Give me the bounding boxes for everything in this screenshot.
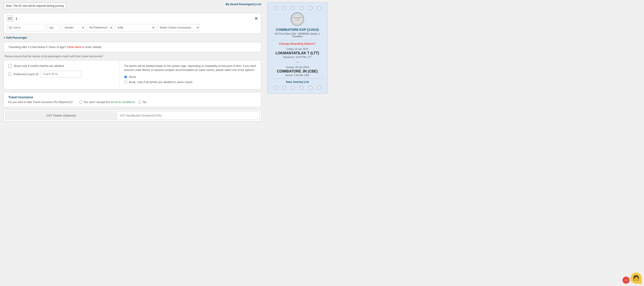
insurance-section: Travel Insurance Do you want to take Tra… [4, 92, 261, 107]
insurance-options: Yes and I accept the terms & conditions … [79, 100, 147, 104]
insurance-no-option: No [138, 100, 146, 104]
svg-text:OF INDIA: OF INDIA [295, 19, 300, 20]
divider-2 [271, 78, 324, 79]
age-input[interactable] [47, 24, 60, 31]
radio-none-label: None [129, 75, 136, 79]
radio-none-input[interactable] [124, 75, 127, 79]
change-boarding-button[interactable]: Change Boarding Station? [271, 42, 324, 45]
gst-button[interactable]: GST Details (Optional) [5, 111, 117, 120]
svg-text:GOVERNMENT: GOVERNMENT [293, 17, 301, 18]
gender-select[interactable]: Gender Male Female Transgender [62, 24, 85, 31]
gst-row: GST Details (Optional) [5, 111, 260, 120]
passenger-card: 1 ✕ Gender Male Female Transgend [4, 13, 261, 34]
terms-conditions-link[interactable]: terms & conditions [110, 100, 135, 104]
note-text: Note: The ID card will be required durin… [4, 3, 66, 9]
train-logo: GOVERNMENT OF INDIA RAILWAYS [290, 12, 304, 26]
radio-book-input[interactable] [124, 81, 127, 84]
gst-section: GST Details (Optional) [4, 110, 261, 121]
train-meta: AC First Class (1A) , GENERAL Quota, 1 T… [271, 32, 324, 38]
arrival-info: Arrival: 7:00 AM, CBE [271, 74, 324, 77]
to-station: COIMBATORE JN (CBE) [271, 69, 324, 73]
ticket-hole-b6 [317, 86, 321, 90]
concession-select[interactable]: Senior Citizen Concession No Concession … [157, 24, 200, 31]
ticket-hole-4 [300, 6, 304, 10]
ticket-hole-b1 [273, 86, 277, 90]
bottom-right-panel: − 🧑 [622, 272, 642, 284]
nationality-select[interactable]: India USA UK Other [115, 24, 155, 31]
radio-book-label: Book, only if all berths are allotted in… [129, 80, 193, 84]
passenger-icon [7, 16, 13, 22]
confirm-berths-row: Book only if confirm berths are allotted… [8, 64, 115, 68]
svg-rect-6 [10, 27, 10, 28]
train-name: COIMBATORE EXP (11013) [271, 28, 324, 32]
departure-info: Departure: 10:35 PM, LTT [271, 56, 324, 58]
saved-passengers-link[interactable]: My Saved Passenger(s) List [226, 3, 261, 6]
insurance-yes-radio[interactable] [79, 101, 82, 104]
child-info-box: Travelling with a Child below 5 Years of… [4, 42, 261, 52]
berth-info-text: The berths will be allotted based on the… [124, 64, 256, 72]
insurance-yes-option: Yes and I accept the terms & conditions [79, 100, 135, 104]
coach-id-input[interactable] [41, 71, 81, 78]
depart-date: Friday, 18 Jan 2019 [271, 48, 324, 50]
ticket-hole-3 [291, 6, 295, 10]
ticket-hole-b3 [291, 86, 295, 90]
passenger-fields: Gender Male Female Transgender No Prefer… [7, 24, 258, 31]
gstin-input[interactable] [117, 111, 260, 120]
name-field-wrapper [7, 24, 45, 31]
ticket-holes-bottom [271, 86, 324, 90]
insurance-no-label: No [143, 100, 146, 104]
name-input[interactable] [14, 26, 40, 29]
insurance-title: Travel Insurance [8, 95, 256, 99]
svg-text:RAILWAYS: RAILWAYS [295, 20, 300, 21]
insurance-row: Do you want to take Travel Insurance (₹0… [8, 100, 256, 104]
child-info-text-after: to enter details. [82, 45, 102, 49]
right-panel: GOVERNMENT OF INDIA RAILWAYS COIMBATORE … [265, 0, 330, 286]
confirm-berths-checkbox[interactable] [8, 64, 12, 68]
ticket-hole-2 [282, 6, 286, 10]
from-station: LOKMANYATILAK T (LTT) [271, 51, 324, 55]
divider-1 [271, 40, 324, 40]
options-right: The berths will be allotted based on the… [120, 60, 261, 89]
ensure-text: Please ensure that the names of all pass… [4, 55, 261, 58]
add-passenger-button[interactable]: + Add Passenger [4, 36, 27, 39]
ticket-holes-top [271, 6, 324, 10]
berth-options-section: Book only if confirm berths are allotted… [4, 60, 261, 89]
coach-id-row: Preferred Coach ID [8, 71, 115, 78]
ticket-hole-1 [273, 6, 277, 10]
preferred-coach-label: Preferred Coach ID [14, 73, 38, 76]
ticket-hole-b5 [308, 86, 312, 90]
confirm-berths-label: Book only if confirm berths are allotted… [14, 64, 64, 68]
radio-book-option: Book, only if all berths are allotted in… [124, 80, 256, 84]
options-left: Book only if confirm berths are allotted… [4, 60, 120, 89]
radio-none-option: None [124, 75, 256, 79]
preferred-coach-checkbox[interactable] [8, 73, 11, 76]
save-journey-button[interactable]: Save Journey List [271, 80, 324, 84]
insurance-yes-label: Yes and I accept the terms & conditions [84, 100, 135, 104]
ticket-hole-6 [317, 6, 321, 10]
arrive-date: Sunday, 20 Jan 2019 [271, 66, 324, 69]
close-circle-icon[interactable]: − [622, 276, 630, 284]
insurance-no-radio[interactable] [138, 101, 141, 104]
ticket-hole-b4 [300, 86, 304, 90]
ticket-card: GOVERNMENT OF INDIA RAILWAYS COIMBATORE … [267, 2, 328, 94]
preference-select[interactable]: No Preference* Lower Berth Middle Berth … [87, 24, 113, 31]
arrow-icon: → [271, 60, 324, 64]
ticket-hole-5 [308, 6, 312, 10]
insurance-question: Do you want to take Travel Insurance (₹0… [8, 101, 73, 104]
ticket-hole-b2 [282, 86, 286, 90]
close-passenger-button[interactable]: ✕ [254, 16, 258, 21]
child-click-here-link[interactable]: Click Here [67, 45, 82, 49]
chat-avatar[interactable]: 🧑 [630, 272, 642, 284]
passenger-number: 1 [16, 17, 17, 21]
child-info-text-before: Travelling with a Child below 5 Years of… [8, 45, 66, 49]
svg-rect-1 [9, 18, 10, 19]
